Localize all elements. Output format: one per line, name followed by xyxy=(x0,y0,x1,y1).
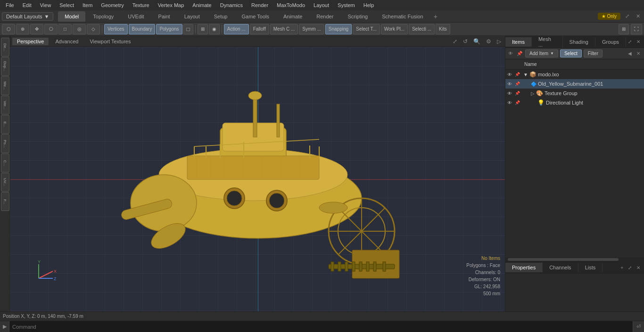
toolbar-select-t[interactable]: Select T... xyxy=(353,24,380,34)
menu-dynamics[interactable]: Dynamics xyxy=(216,1,247,9)
viewport-move-icon[interactable]: ⤢ xyxy=(451,38,459,45)
toolbar-view-icon2[interactable]: ⛶ xyxy=(631,24,642,34)
bottom-tab-properties[interactable]: Properties xyxy=(505,263,543,272)
bottom-expand-btn[interactable]: ⤢ xyxy=(626,264,634,271)
tab-layout[interactable]: Layout xyxy=(178,11,206,22)
add-item-button[interactable]: Add Item ▼ xyxy=(525,49,558,57)
toolbar-boundary[interactable]: Boundary xyxy=(129,24,156,34)
toolbar-poly-icon[interactable]: □ xyxy=(183,24,193,34)
viewport-expand-icon[interactable]: ▷ xyxy=(495,38,503,45)
item-eye-directional-light[interactable]: 👁 xyxy=(507,100,514,105)
toolbar-select-poly[interactable]: ◇ xyxy=(87,24,100,34)
toolbar-symm[interactable]: Symm ... xyxy=(299,24,324,34)
item-eye-submarine[interactable]: 👁 xyxy=(507,81,514,87)
command-submit-btn[interactable]: ⏎ xyxy=(633,321,644,332)
viewport-search-icon[interactable]: 🔍 xyxy=(471,38,482,45)
bottom-tab-channels[interactable]: Channels xyxy=(543,263,578,272)
menu-animate[interactable]: Animate xyxy=(189,1,215,9)
item-pin-root[interactable]: 📌 xyxy=(515,72,521,77)
toolbar-sphere-icon[interactable]: ◉ xyxy=(209,24,220,34)
menu-system[interactable]: System xyxy=(334,1,359,9)
viewport-tab-advanced[interactable]: Advanced xyxy=(50,38,83,45)
toolbar-vertices[interactable]: Vertices xyxy=(104,24,128,34)
command-expand-arrow[interactable]: ▶ xyxy=(0,321,9,332)
item-pin-directional-light[interactable]: 📌 xyxy=(515,100,521,105)
panel-expand-btn[interactable]: ⤢ xyxy=(626,38,634,45)
items-list[interactable]: 👁 📌 ▼ 📦 modo.lxo 👁 📌 🔷 Old_Yellow_Submar… xyxy=(505,70,644,258)
tab-add-button[interactable]: + xyxy=(431,12,440,21)
items-pin-toggle[interactable]: 📌 xyxy=(516,50,523,57)
item-row-texture-group[interactable]: 👁 📌 ▷ 🎨 Texture Group xyxy=(505,89,644,98)
sidebar-ver[interactable]: Ver... xyxy=(1,96,9,114)
toolbar-mode-icon[interactable]: ⬡ xyxy=(2,24,15,34)
menu-layout[interactable]: Layout xyxy=(310,1,333,9)
item-pin-submarine[interactable]: 📌 xyxy=(515,81,521,86)
item-eye-root[interactable]: 👁 xyxy=(507,72,514,77)
viewport-settings-icon[interactable]: ⚙ xyxy=(484,38,493,45)
tab-scripting[interactable]: Scripting xyxy=(341,11,374,22)
panel-tab-shading[interactable]: Shading xyxy=(563,37,595,47)
toolbar-snap[interactable]: ⎔ xyxy=(44,24,58,34)
panel-add-btn[interactable]: ✕ xyxy=(635,50,642,57)
toolbar-select-lasso[interactable]: ◎ xyxy=(73,24,86,34)
sidebar-po[interactable]: Po... xyxy=(1,134,9,153)
item-pin-texture-group[interactable]: 📌 xyxy=(515,91,521,96)
toolbar-uv-icon[interactable]: ⊞ xyxy=(198,24,208,34)
tab-topology[interactable]: Topology xyxy=(86,11,120,22)
menu-edit[interactable]: Edit xyxy=(19,1,35,9)
bottom-close-btn[interactable]: ✕ xyxy=(635,264,642,271)
sidebar-de[interactable]: De... xyxy=(1,38,9,57)
menu-select[interactable]: Select xyxy=(56,1,78,9)
panel-tab-mesh[interactable]: Mesh ... xyxy=(532,36,563,49)
menu-help[interactable]: Help xyxy=(360,1,378,9)
item-expand-root[interactable]: ▼ xyxy=(523,72,528,77)
select-button[interactable]: Select xyxy=(560,49,582,57)
bottom-tab-lists[interactable]: Lists xyxy=(578,263,603,272)
panel-tab-items[interactable]: Items xyxy=(505,37,532,47)
tab-gametools[interactable]: Game Tools xyxy=(235,11,276,22)
item-row-directional-light[interactable]: 👁 📌 💡 Directional Light xyxy=(505,98,644,107)
sidebar-me[interactable]: Me... xyxy=(1,76,9,95)
panel-tab-groups[interactable]: Groups xyxy=(595,37,626,47)
toolbar-transform[interactable]: ✥ xyxy=(30,24,43,34)
viewport-refresh-icon[interactable]: ↺ xyxy=(461,38,470,45)
item-expand-texture-group[interactable]: ▷ xyxy=(531,91,535,96)
sidebar-c[interactable]: C... xyxy=(1,154,9,172)
viewport-tab-textures[interactable]: Viewport Textures xyxy=(85,38,135,45)
sidebar-e[interactable]: E... xyxy=(1,115,9,134)
viewport-3d[interactable]: X Y Z No Items Polygons : Face Channels:… xyxy=(10,47,505,311)
tab-paint[interactable]: Paint xyxy=(152,11,177,22)
tab-setup[interactable]: Setup xyxy=(207,11,234,22)
toolbar-polygons[interactable]: Polygons xyxy=(156,24,182,34)
menu-texture[interactable]: Texture xyxy=(129,1,153,9)
default-layouts-dropdown[interactable]: Default Layouts ▼ xyxy=(2,12,53,21)
toolbar-selecti[interactable]: Selecti ... xyxy=(409,24,435,34)
maximize-button[interactable]: ⤢ xyxy=(623,12,631,20)
item-row-submarine[interactable]: 👁 📌 🔷 Old_Yellow_Submarine_001 xyxy=(505,79,644,89)
star-only-toggle[interactable]: ★ Only xyxy=(598,13,620,20)
toolbar-snapping[interactable]: Snapping xyxy=(325,24,352,34)
toolbar-select-box[interactable]: □ xyxy=(58,24,72,34)
viewport-tab-perspective[interactable]: Perspective xyxy=(12,38,49,45)
item-row-root[interactable]: 👁 📌 ▼ 📦 modo.lxo xyxy=(505,70,644,79)
menu-file[interactable]: File xyxy=(2,1,18,9)
command-input[interactable] xyxy=(9,321,633,332)
panel-collapse-btn[interactable]: ◀ xyxy=(626,50,634,57)
items-eye-toggle[interactable]: 👁 xyxy=(507,50,514,57)
sidebar-uv[interactable]: UV... xyxy=(1,173,9,192)
menu-geometry[interactable]: Geometry xyxy=(97,1,127,9)
panel-settings-btn[interactable]: ✕ xyxy=(635,38,642,45)
items-scroll-thumb[interactable] xyxy=(508,258,619,261)
toolbar-kits[interactable]: Kits xyxy=(436,24,450,34)
tab-schematic-fusion[interactable]: Schematic Fusion xyxy=(375,11,429,22)
tab-animate[interactable]: Animate xyxy=(277,11,309,22)
menu-item[interactable]: Item xyxy=(79,1,96,9)
menu-vertex-map[interactable]: Vertex Map xyxy=(154,1,188,9)
toolbar-falloff[interactable]: Falloff xyxy=(250,24,269,34)
menu-render[interactable]: Render xyxy=(248,1,272,9)
menu-view[interactable]: View xyxy=(36,1,55,9)
toolbar-view-icon1[interactable]: ⊞ xyxy=(619,24,629,34)
filter-button[interactable]: Filter xyxy=(584,49,603,57)
menu-maxtomod[interactable]: MaxToModo xyxy=(273,1,309,9)
sidebar-f[interactable]: F... xyxy=(1,192,9,211)
